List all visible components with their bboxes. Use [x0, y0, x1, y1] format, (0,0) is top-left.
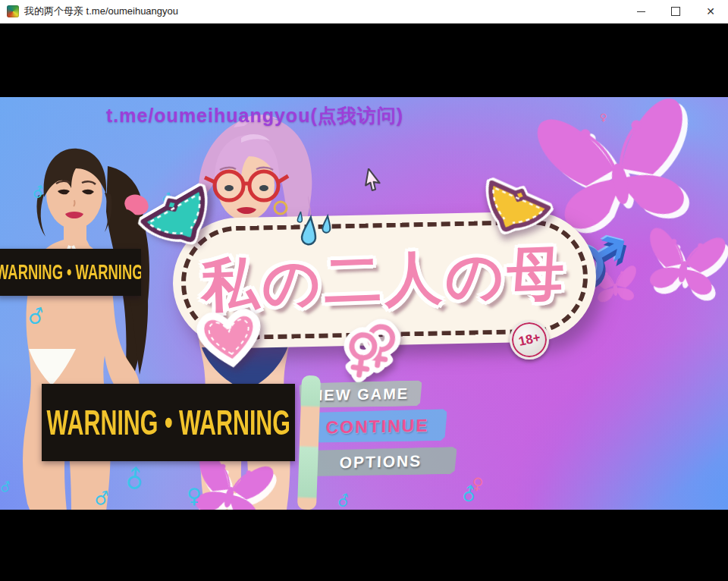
butterfly-icon — [638, 221, 728, 306]
minimize-icon — [637, 11, 645, 12]
maximize-button[interactable] — [658, 0, 693, 23]
warning-text: • WARNING • WARNING • — [0, 260, 141, 284]
app-window: 我的两个母亲 t.me/oumeihuangyou ✕ — [0, 0, 728, 581]
menu-label: OPTIONS — [339, 452, 422, 472]
cursor-icon — [364, 168, 384, 193]
minimize-button[interactable] — [623, 0, 658, 23]
close-button[interactable]: ✕ — [693, 0, 728, 23]
close-icon: ✕ — [706, 6, 715, 17]
menu-item-options[interactable]: OPTIONS — [304, 447, 457, 477]
water-drops-icon — [290, 209, 337, 253]
window-controls: ✕ — [623, 0, 728, 23]
warning-text: • WARNING • WARNING • — [42, 402, 295, 443]
maximize-icon — [671, 7, 680, 16]
letterbox-bottom — [0, 510, 728, 581]
menu-label: CONTINUE — [325, 415, 429, 438]
menu-item-continue[interactable]: CONTINUE — [307, 409, 447, 444]
heart-icon — [192, 303, 267, 372]
gender-symbol-icon: ♀ — [470, 476, 485, 493]
window-title: 我的两个母亲 t.me/oumeihuangyou — [24, 5, 178, 18]
gender-symbol-icon: ♂ — [457, 482, 481, 507]
promo-link[interactable]: t.me/oumeihuangyou(点我访问) — [106, 103, 403, 128]
letterbox-top — [0, 23, 728, 97]
age-badge: 18+ — [510, 320, 549, 360]
window-titlebar[interactable]: 我的两个母亲 t.me/oumeihuangyou ✕ — [0, 0, 728, 24]
warning-banner-small: • WARNING • WARNING • — [0, 249, 141, 296]
double-female-icon — [335, 313, 405, 391]
age-badge-text: 18+ — [517, 330, 541, 350]
game-viewport: ♂♂♂♀♂♂♂♂♀♂♀♂ ♂ 私の二人の母 — [0, 97, 728, 510]
warning-banner-large: • WARNING • WARNING • — [42, 384, 295, 461]
app-icon — [7, 5, 19, 17]
menu-label: NEW GAME — [312, 385, 410, 404]
